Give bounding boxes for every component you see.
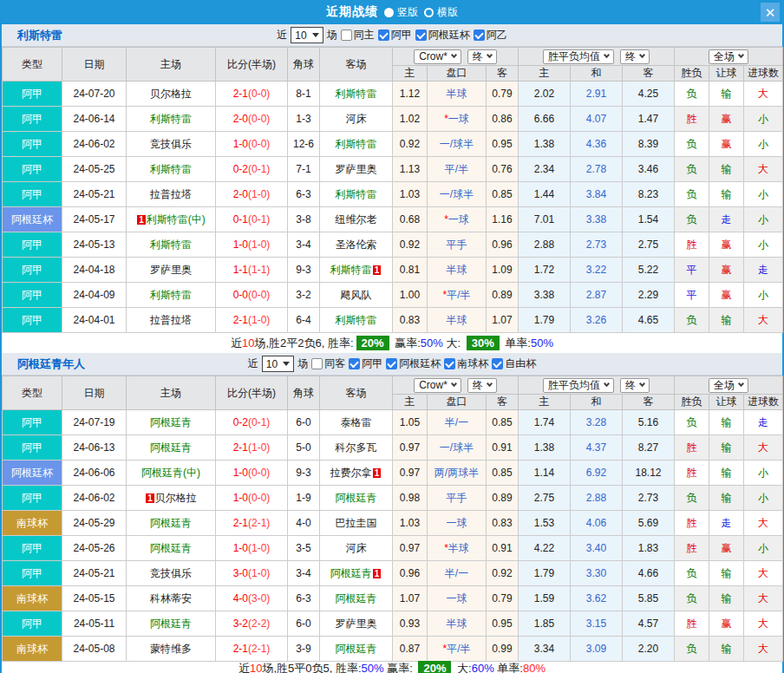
team1-name: 利斯特雷 — [17, 28, 62, 43]
odds-away: 1.16 — [487, 207, 519, 232]
chevron-down-icon — [487, 52, 493, 58]
chevron-down-icon — [639, 52, 645, 58]
rounds-select[interactable]: 10 — [262, 356, 294, 372]
checkbox-checked-icon[interactable] — [386, 358, 397, 369]
odds-home: 0.92 — [393, 132, 428, 157]
odds-home: 0.83 — [393, 308, 428, 333]
date-cell: 24-04-18 — [62, 258, 127, 283]
away-team: 巴拉圭国 — [320, 511, 393, 536]
corner-cell: 8-1 — [288, 82, 320, 107]
odds-away: 0.85 — [487, 182, 519, 207]
odds-company-select[interactable]: Crow* — [414, 378, 461, 393]
match-type-badge: 阿甲 — [3, 611, 62, 637]
odds-time-select[interactable]: 终 — [467, 49, 497, 64]
avg-home: 7.01 — [519, 207, 571, 232]
avg-draw: 3.22 — [571, 258, 623, 283]
same-venue-filter[interactable]: 同主 — [341, 28, 375, 42]
fulltime-score: 0-2 — [233, 163, 248, 175]
result-goals: 小 — [744, 486, 783, 511]
checkbox-checked-icon[interactable] — [378, 29, 389, 41]
team2-name: 阿根廷青年人 — [17, 356, 85, 372]
result-goals: 小 — [744, 536, 783, 561]
odds-time-select[interactable]: 终 — [467, 378, 497, 393]
league-filter[interactable]: 阿乙 — [474, 28, 507, 42]
radio-vertical-label: 竖版 — [397, 5, 418, 20]
avg-draw: 3.28 — [571, 410, 623, 435]
sub-avg-home: 主 — [519, 395, 571, 410]
home-team: 科林蒂安 — [127, 586, 216, 611]
result-wdl: 平 — [675, 258, 709, 283]
away-team: 利斯特雷 — [320, 308, 393, 333]
handicap-cell: 一/球半 — [428, 132, 487, 157]
avg-away: 5.16 — [623, 410, 675, 435]
avg-home: 2.02 — [519, 82, 571, 107]
avg-away: 1.47 — [623, 107, 675, 132]
odds-company-select[interactable]: Crow* — [414, 49, 461, 64]
league-filter[interactable]: 南球杯 — [444, 356, 488, 371]
handicap-text: 平/半 — [447, 643, 470, 655]
radio-vertical-layout[interactable]: 竖版 — [384, 5, 418, 20]
match-row: 阿甲24-06-13阿根廷青2-1(1-0)5-0科尔多瓦0.97一/球半0.9… — [3, 435, 783, 461]
league-label: 阿根廷杯 — [399, 356, 441, 371]
league-filter[interactable]: 阿根廷杯 — [386, 356, 441, 371]
avg-odds-select[interactable]: 胜平负均值 — [543, 378, 614, 393]
match-row: 阿甲24-05-26阿根廷青1-0(1-0)3-5河床0.97*半球0.914.… — [3, 536, 783, 561]
radio-unselected-icon[interactable] — [424, 8, 434, 17]
checkbox-checked-icon[interactable] — [492, 358, 503, 369]
odds-away: 0.79 — [487, 82, 519, 107]
radio-horizontal-layout[interactable]: 横版 — [424, 5, 458, 20]
team-name-text: 巴拉圭国 — [336, 517, 377, 529]
checkbox-checked-icon[interactable] — [349, 358, 360, 369]
handicap-cell: *一球 — [428, 107, 487, 132]
rounds-select[interactable]: 10 — [291, 27, 323, 43]
team-name-text: 罗萨里奥 — [150, 264, 192, 276]
team-name-text: 利斯特雷 — [150, 113, 192, 125]
avg-away: 8.27 — [623, 435, 675, 461]
date-cell: 24-05-29 — [62, 511, 127, 536]
same-venue-filter[interactable]: 同客 — [311, 356, 345, 371]
avg-away: 8.23 — [623, 182, 675, 207]
match-row: 阿甲24-06-14利斯特雷2-0(0-0)1-3河床1.02*一球0.866.… — [3, 107, 783, 132]
checkbox-checked-icon[interactable] — [474, 29, 485, 41]
avg-time-select[interactable]: 终 — [620, 49, 650, 64]
avg-odds-select[interactable]: 胜平负均值 — [543, 49, 614, 64]
sub-result-goals: 进球数 — [744, 395, 783, 410]
team2-filters: 近 10 场 同客 阿甲 阿根廷杯 南球杯 — [248, 356, 536, 372]
score-cell: 0-2(0-1) — [216, 410, 288, 435]
league-filter[interactable]: 自由杯 — [492, 356, 536, 371]
away-team: 利斯特雷 — [320, 132, 393, 157]
league-filter[interactable]: 阿甲 — [378, 28, 412, 42]
avg-home: 1.79 — [519, 308, 571, 333]
titlebar: 近期战绩 竖版 横版 ✕ — [2, 0, 782, 24]
avg-away: 18.12 — [623, 461, 675, 486]
corner-cell: 3-2 — [288, 283, 320, 308]
match-type-badge: 阿甲 — [3, 410, 62, 435]
match-row: 阿甲24-07-19阿根廷青0-2(0-1)6-0泰格雷1.05半/一0.851… — [3, 410, 783, 435]
result-goals: 小 — [744, 132, 783, 157]
league-filter[interactable]: 阿根廷杯 — [415, 28, 470, 42]
avg-group-header: 胜平负均值 终 — [519, 48, 675, 66]
scope-select[interactable]: 全场 — [709, 49, 748, 64]
date-cell: 24-05-25 — [62, 157, 127, 182]
scope-select[interactable]: 全场 — [709, 378, 748, 393]
league-filter[interactable]: 阿甲 — [349, 356, 382, 371]
result-goals: 大 — [744, 157, 783, 182]
radio-selected-icon[interactable] — [384, 8, 394, 17]
league-label: 阿甲 — [362, 356, 382, 371]
checkbox-checked-icon[interactable] — [444, 358, 455, 369]
handicap-text: 一球 — [447, 592, 467, 604]
checkbox-checked-icon[interactable] — [415, 29, 427, 41]
checkbox-unchecked-icon[interactable] — [341, 29, 352, 41]
date-cell: 24-05-15 — [62, 586, 127, 611]
header-away: 客场 — [320, 376, 393, 410]
avg-away: 4.65 — [623, 308, 675, 333]
checkbox-unchecked-icon[interactable] — [311, 358, 323, 369]
avg-time-select[interactable]: 终 — [620, 378, 650, 393]
team2-summary: 近10场,胜5平0负5, 胜率:50% 赢率: 20% 大:60% 单率:80% — [2, 662, 782, 673]
result-goals: 小 — [744, 107, 783, 132]
handicap-text: 半球 — [447, 88, 467, 100]
team-name-text: 纽维尔老 — [336, 213, 377, 225]
corner-cell: 1-9 — [288, 486, 320, 511]
match-type-badge: 南球杯 — [3, 637, 62, 662]
close-button[interactable]: ✕ — [761, 3, 780, 22]
